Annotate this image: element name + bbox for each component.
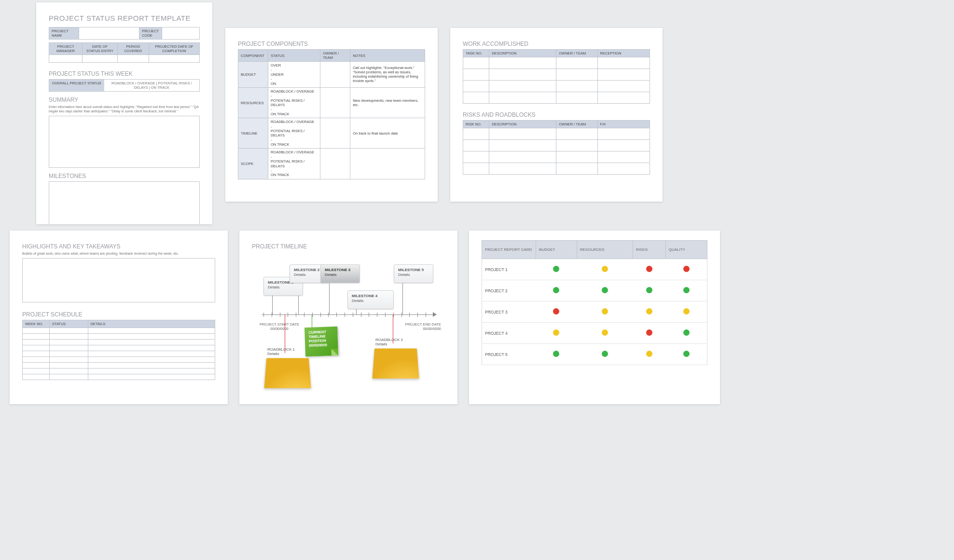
status-cell (665, 344, 707, 365)
cell[interactable] (489, 151, 556, 163)
cell[interactable] (49, 362, 88, 368)
status-dot-icon (646, 329, 652, 336)
page-components: PROJECT COMPONENTS COMPONENT STATUS OWNE… (225, 28, 438, 202)
status-options[interactable]: ROADBLOCK / OVERAGE | POTENTIAL RISKS / … (104, 80, 199, 91)
cell[interactable] (556, 163, 597, 175)
cell-status[interactable]: OVER - UNDER - ON (268, 62, 320, 88)
cell[interactable] (49, 356, 88, 362)
status-dot-icon (683, 287, 690, 293)
cell[interactable] (23, 374, 50, 380)
cell[interactable] (23, 351, 50, 356)
cell[interactable] (49, 328, 88, 333)
cell[interactable] (597, 57, 650, 69)
cell-owner[interactable] (320, 87, 350, 118)
summary-box[interactable] (49, 116, 200, 168)
cell[interactable] (23, 339, 50, 345)
cell[interactable] (597, 151, 650, 163)
cell[interactable] (88, 345, 215, 351)
milestone-card: MILESTONE 4 Details (347, 290, 394, 309)
cell-notes[interactable]: New developments, new team members, etc. (350, 87, 425, 118)
section-title: PROJECT TIMELINE (252, 243, 445, 250)
cell-notes[interactable]: On track to final launch date (350, 118, 425, 149)
cell[interactable] (556, 92, 597, 104)
cell[interactable] (489, 81, 556, 92)
cell[interactable] (597, 69, 650, 81)
cell[interactable] (463, 92, 489, 104)
cell[interactable] (597, 128, 650, 140)
cell[interactable] (88, 328, 215, 333)
cell[interactable] (23, 362, 50, 368)
status-cell (536, 344, 577, 365)
cell[interactable] (463, 151, 489, 163)
cell[interactable] (463, 81, 489, 92)
section-title: PROJECT STATUS THIS WEEK (49, 70, 200, 77)
cell[interactable] (597, 140, 650, 151)
cell[interactable] (597, 92, 650, 104)
cell[interactable] (88, 333, 215, 339)
cell[interactable] (463, 163, 489, 175)
cell[interactable] (162, 27, 199, 40)
cell[interactable] (23, 328, 50, 333)
cell[interactable] (463, 128, 489, 140)
cell[interactable] (49, 374, 88, 380)
cell[interactable] (489, 140, 556, 151)
cell[interactable] (49, 345, 88, 351)
cell[interactable] (49, 55, 83, 63)
cell-status[interactable]: ROADBLOCK / OVERAGE - POTENTIAL RISKS / … (268, 149, 320, 179)
highlights-box[interactable] (22, 258, 215, 302)
cell[interactable] (597, 163, 650, 175)
cell-notes[interactable] (350, 149, 425, 179)
cell[interactable] (489, 163, 556, 175)
cell[interactable] (489, 128, 556, 140)
txt: Details (375, 342, 387, 346)
th: STATUS (268, 50, 320, 62)
cell[interactable] (463, 140, 489, 151)
cell[interactable] (23, 333, 50, 339)
cell[interactable] (118, 55, 149, 63)
cell[interactable] (49, 333, 88, 339)
section-title: HIGHLIGHTS AND KEY TAKEAWAYS (22, 243, 215, 250)
cell[interactable] (88, 351, 215, 356)
cell[interactable] (88, 339, 215, 345)
cell-status[interactable]: ROADBLOCK / OVERAGE - POTENTIAL RISKS / … (268, 87, 320, 118)
cell[interactable] (88, 374, 215, 380)
cell[interactable] (489, 69, 556, 81)
tick (280, 313, 280, 317)
cell[interactable] (88, 368, 215, 374)
cell[interactable] (88, 356, 215, 362)
cell[interactable] (556, 69, 597, 81)
cell[interactable] (49, 339, 88, 345)
cell[interactable] (79, 27, 139, 40)
status-dot-icon (553, 329, 559, 336)
tick (353, 313, 353, 317)
txt: ROADBLOCK 2 (375, 338, 403, 342)
cell-notes[interactable]: Call out highlights: "Exceptional work."… (350, 62, 425, 88)
cell[interactable] (23, 345, 50, 351)
cell[interactable] (556, 128, 597, 140)
cell[interactable] (489, 57, 556, 69)
cell[interactable] (88, 362, 215, 368)
cell-owner[interactable] (320, 149, 350, 179)
cell[interactable] (149, 55, 199, 63)
cell[interactable] (23, 356, 50, 362)
timeline: MILESTONE 1 Details MILESTONE 2 Details … (252, 252, 445, 396)
cell-owner[interactable] (320, 118, 350, 149)
txt: PROJECT END DATE (405, 322, 441, 327)
cell[interactable] (556, 57, 597, 69)
cell[interactable] (83, 55, 118, 63)
cell[interactable] (49, 351, 88, 356)
cell[interactable] (556, 140, 597, 151)
cell-status[interactable]: ROADBLOCK / OVERAGE - POTENTIAL RISKS / … (268, 118, 320, 149)
cell[interactable] (597, 81, 650, 92)
cell[interactable] (463, 57, 489, 69)
cell[interactable] (49, 368, 88, 374)
status-row: OVERALL PROJECT STATUS ROADBLOCK / OVERA… (49, 79, 200, 92)
cell[interactable] (556, 151, 597, 163)
tick (345, 313, 345, 317)
cell[interactable] (489, 92, 556, 104)
cell[interactable] (556, 81, 597, 92)
cell[interactable] (23, 368, 50, 374)
cell[interactable] (463, 69, 489, 81)
milestones-box[interactable] (49, 181, 200, 225)
cell-owner[interactable] (320, 62, 350, 88)
